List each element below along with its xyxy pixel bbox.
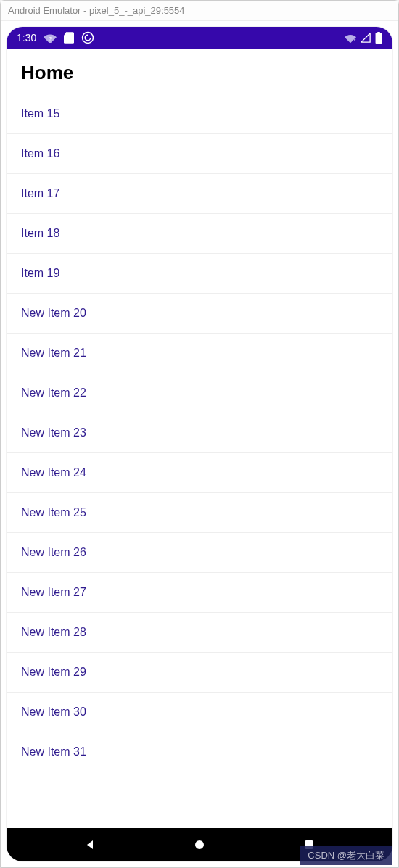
list-item-label: Item 17 [21, 187, 59, 199]
list-item[interactable]: Item 16 [7, 134, 392, 174]
list-item[interactable]: New Item 24 [7, 453, 392, 493]
list-item[interactable]: New Item 31 [7, 732, 392, 760]
list-item[interactable]: Item 18 [7, 214, 392, 254]
status-left: 1:30 ? [17, 31, 94, 44]
list-item-label: Item 19 [21, 267, 59, 279]
sync-icon [81, 31, 94, 44]
list-item[interactable]: Item 17 [7, 174, 392, 214]
list-item[interactable]: Item 15 [7, 94, 392, 134]
list-item-label: New Item 27 [21, 586, 86, 598]
emulator-frame: 1:30 ? x [1, 21, 398, 867]
list-item-label: New Item 24 [21, 466, 86, 479]
status-right: x [345, 32, 382, 44]
list-item[interactable]: New Item 27 [7, 573, 392, 613]
list-item-label: New Item 31 [21, 745, 86, 758]
svg-rect-3 [376, 33, 382, 44]
list-item[interactable]: New Item 25 [7, 493, 392, 533]
back-button[interactable] [82, 837, 98, 853]
page-title: Home [7, 49, 392, 94]
window-title: Android Emulator - pixel_5_-_api_29:5554 [8, 5, 185, 16]
home-button[interactable] [192, 837, 207, 853]
list-item[interactable]: New Item 30 [7, 693, 392, 732]
list-item-label: New Item 29 [21, 666, 86, 678]
list-item[interactable]: New Item 21 [7, 334, 392, 373]
svg-rect-4 [377, 32, 380, 33]
list-item-label: Item 16 [21, 147, 59, 160]
app-content[interactable]: Home Item 15 Item 16 Item 17 Item 18 Ite… [7, 49, 392, 828]
svg-text:x: x [354, 38, 356, 42]
list-item[interactable]: Item 19 [7, 254, 392, 294]
list-item-label: New Item 23 [21, 426, 86, 439]
device-screen: 1:30 ? x [7, 27, 392, 861]
list-item-label: Item 15 [21, 107, 59, 120]
list-item[interactable]: New Item 22 [7, 373, 392, 413]
emulator-window: Android Emulator - pixel_5_-_api_29:5554… [0, 0, 399, 868]
watermark: CSDN @老大白菜 [300, 846, 392, 865]
list-item-label: New Item 28 [21, 626, 86, 638]
list-item[interactable]: New Item 23 [7, 413, 392, 453]
svg-text:?: ? [49, 36, 52, 42]
list-item-label: New Item 22 [21, 387, 86, 399]
list-item[interactable]: New Item 26 [7, 533, 392, 573]
watermark-text: CSDN @老大白菜 [308, 850, 384, 861]
sd-card-icon [64, 32, 74, 44]
status-time: 1:30 [17, 32, 36, 44]
svg-point-5 [195, 840, 204, 849]
window-titlebar: Android Emulator - pixel_5_-_api_29:5554 [1, 1, 398, 21]
wifi-unknown-icon: ? [44, 33, 57, 43]
signal-icon [361, 33, 371, 43]
battery-icon [375, 32, 382, 44]
item-list[interactable]: Item 15 Item 16 Item 17 Item 18 Item 19 … [7, 94, 392, 760]
list-item-label: New Item 25 [21, 506, 86, 518]
list-item-label: New Item 26 [21, 546, 86, 558]
list-item-label: New Item 21 [21, 347, 86, 359]
wifi-error-icon: x [345, 33, 356, 43]
list-item[interactable]: New Item 28 [7, 613, 392, 653]
list-item-label: New Item 20 [21, 307, 86, 319]
list-item[interactable]: New Item 29 [7, 653, 392, 693]
status-bar: 1:30 ? x [7, 27, 392, 49]
svg-point-1 [83, 33, 94, 44]
list-item-label: Item 18 [21, 227, 59, 239]
list-item-label: New Item 30 [21, 706, 86, 718]
list-item[interactable]: New Item 20 [7, 294, 392, 334]
